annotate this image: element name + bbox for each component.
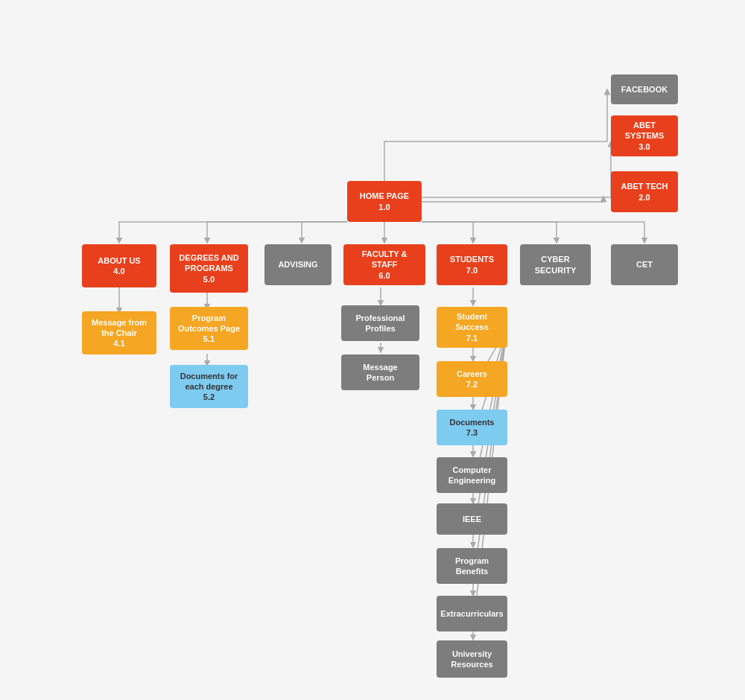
node-careers[interactable]: Careers7.2: [437, 361, 507, 397]
node-facebook[interactable]: FACEBOOK: [611, 74, 678, 104]
node-abet-systems[interactable]: ABET SYSTEMS3.0: [611, 115, 678, 156]
node-program-benefits[interactable]: ProgramBenefits: [437, 548, 507, 584]
node-ieee[interactable]: IEEE: [437, 503, 507, 535]
node-about-us[interactable]: ABOUT US4.0: [82, 244, 156, 287]
node-computer-engineering[interactable]: ComputerEngineering: [437, 457, 507, 493]
node-advising[interactable]: ADVISING: [264, 244, 332, 285]
node-faculty[interactable]: FACULTY & STAFF6.0: [343, 244, 425, 285]
node-university-resources[interactable]: UniversityResources: [437, 640, 507, 678]
node-cet[interactable]: CET: [611, 244, 678, 285]
node-program-outcomes[interactable]: ProgramOutcomes Page5.1: [170, 307, 248, 350]
node-abet-tech[interactable]: ABET TECH2.0: [611, 171, 678, 212]
node-student-success[interactable]: StudentSuccess7.1: [437, 307, 507, 348]
node-cyber-security[interactable]: CYBER SECURITY: [520, 244, 591, 285]
diagram-container: HOME PAGE1.0 FACEBOOK ABET SYSTEMS3.0 AB…: [0, 0, 745, 700]
node-extracurriculars[interactable]: Extracurriculars: [437, 596, 507, 631]
node-professional-profiles[interactable]: ProfessionalProfiles: [341, 305, 419, 341]
node-documents-degree[interactable]: Documents foreach degree5.2: [170, 365, 248, 408]
node-homepage[interactable]: HOME PAGE1.0: [347, 181, 422, 222]
node-degrees[interactable]: DEGREES ANDPROGRAMS5.0: [170, 244, 248, 293]
node-message-person[interactable]: MessagePerson: [341, 354, 419, 390]
node-documents-73[interactable]: Documents7.3: [437, 410, 507, 445]
node-message-chair[interactable]: Message fromthe Chair4.1: [82, 311, 156, 354]
node-students[interactable]: STUDENTS7.0: [437, 244, 507, 285]
